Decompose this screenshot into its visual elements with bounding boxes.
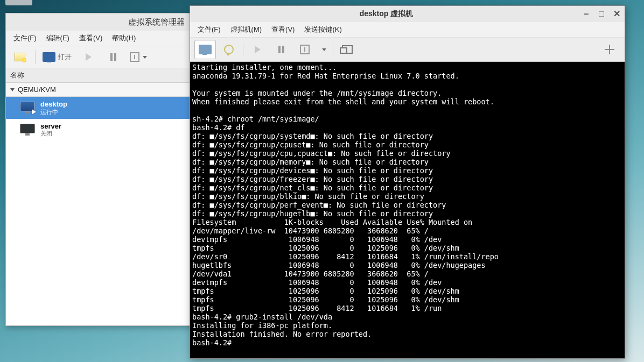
console-toolbar <box>190 38 625 62</box>
toolbar-separator <box>35 50 36 64</box>
menu-vm[interactable]: 虚拟机(M) <box>226 23 267 36</box>
play-icon <box>255 46 261 53</box>
vm-row-desktop[interactable]: desktop 运行中 <box>6 97 191 119</box>
show-console-button[interactable] <box>194 40 216 59</box>
open-vm-label: 打开 <box>58 52 72 62</box>
pause-icon <box>278 46 284 53</box>
vmm-title: 虚拟系统管理器 <box>128 17 185 27</box>
chevron-down-icon <box>143 56 147 59</box>
menu-file[interactable]: 文件(F) <box>9 32 41 45</box>
pause-button[interactable] <box>270 40 292 59</box>
guest-terminal[interactable]: Starting installer, one moment... anacon… <box>190 62 625 358</box>
window-controls: – □ ✕ <box>583 10 620 18</box>
monitor-icon <box>43 52 55 62</box>
fullscreen-button[interactable] <box>337 40 358 59</box>
open-vm-button[interactable]: 打开 <box>40 48 74 66</box>
move-arrows-icon <box>605 45 614 54</box>
new-vm-button[interactable] <box>9 48 31 66</box>
shutdown-button[interactable] <box>294 40 316 59</box>
monitor-icon <box>199 45 212 54</box>
bulb-icon <box>224 45 234 54</box>
toolbar-separator <box>243 42 243 56</box>
console-title: desktop 虚拟机 <box>194 9 578 19</box>
vm-name: desktop <box>40 100 67 109</box>
menu-view[interactable]: 查看(V) <box>75 32 107 45</box>
menu-edit[interactable]: 编辑(E) <box>42 32 74 45</box>
console-menubar: 文件(F) 虚拟机(M) 查看(V) 发送按键(K) <box>190 22 625 38</box>
pause-vm-button[interactable] <box>102 48 124 66</box>
play-icon <box>86 53 92 61</box>
run-vm-button <box>78 48 99 66</box>
show-details-button[interactable] <box>218 40 240 59</box>
chevron-down-icon <box>322 48 326 51</box>
vmm-menubar: 文件(F) 编辑(E) 查看(V) 帮助(H) <box>6 31 191 46</box>
menu-help[interactable]: 帮助(H) <box>108 32 140 45</box>
console-titlebar[interactable]: desktop 虚拟机 – □ ✕ <box>190 6 625 22</box>
vm-row-server[interactable]: server 关闭 <box>6 119 191 141</box>
vmm-toolbar: 打开 <box>6 46 191 68</box>
vm-console-window: desktop 虚拟机 – □ ✕ 文件(F) 虚拟机(M) 查看(V) 发送按… <box>190 5 625 359</box>
menu-view[interactable]: 查看(V) <box>267 23 299 36</box>
vm-name: server <box>40 122 61 131</box>
new-vm-icon <box>15 53 25 61</box>
fullscreen-icon <box>342 45 353 54</box>
menu-sendkey[interactable]: 发送按键(K) <box>300 23 346 36</box>
shutdown-menu-button[interactable] <box>318 40 330 59</box>
maximize-button[interactable]: □ <box>598 10 605 18</box>
vmm-host-label: QEMU/KVM <box>18 86 56 94</box>
toolbar-separator <box>333 42 333 56</box>
power-icon <box>300 45 310 54</box>
vm-state: 运行中 <box>40 109 67 116</box>
power-icon <box>130 52 139 62</box>
vm-icon-running <box>20 102 35 113</box>
send-key-grab-button[interactable] <box>599 40 620 59</box>
expand-icon <box>10 88 15 91</box>
minimize-button[interactable]: – <box>583 10 590 18</box>
vmm-vm-list: QEMU/KVM desktop 运行中 server 关闭 <box>6 83 191 325</box>
virt-manager-window: 虚拟系统管理器 文件(F) 编辑(E) 查看(V) 帮助(H) 打开 名称 Q <box>5 13 192 326</box>
close-button[interactable]: ✕ <box>613 10 620 18</box>
running-overlay-icon <box>32 109 36 115</box>
shutdown-vm-button[interactable] <box>127 48 150 66</box>
desktop-panel-fragment <box>5 0 32 5</box>
pause-icon <box>110 53 116 61</box>
vmm-host-row[interactable]: QEMU/KVM <box>6 83 191 97</box>
run-button <box>247 40 268 59</box>
vm-state: 关闭 <box>40 130 61 137</box>
vmm-column-header[interactable]: 名称 <box>6 68 191 83</box>
vmm-titlebar[interactable]: 虚拟系统管理器 <box>6 13 191 31</box>
menu-file[interactable]: 文件(F) <box>193 23 225 36</box>
vm-icon-stopped <box>20 124 35 136</box>
